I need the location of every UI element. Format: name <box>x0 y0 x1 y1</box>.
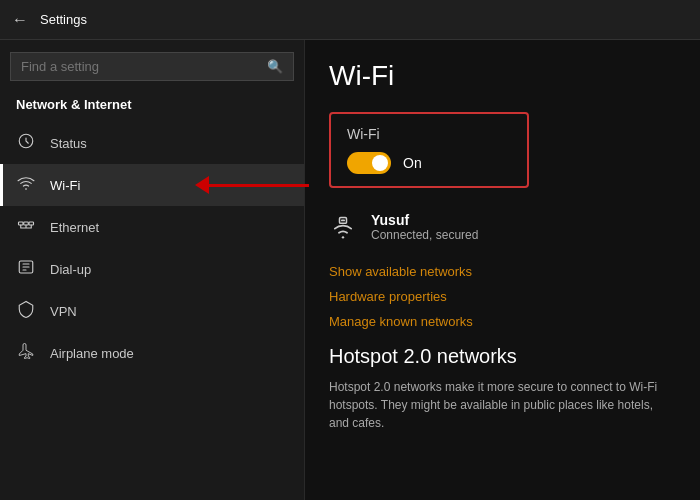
sidebar-item-vpn[interactable]: VPN <box>0 290 304 332</box>
svg-point-6 <box>342 236 344 238</box>
hardware-properties-link[interactable]: Hardware properties <box>329 289 676 304</box>
hotspot-description: Hotspot 2.0 networks make it more secure… <box>329 378 676 432</box>
toggle-row: On <box>347 152 511 174</box>
sidebar-item-status-label: Status <box>50 136 87 151</box>
status-icon <box>16 132 36 154</box>
arrow-head <box>195 176 209 194</box>
sidebar-item-dialup-label: Dial-up <box>50 262 91 277</box>
dialup-icon <box>16 258 36 280</box>
content-area: Wi-Fi Wi-Fi On Yusuf Conne <box>305 40 700 500</box>
arrow-shaft <box>209 184 309 187</box>
airplane-icon <box>16 342 36 364</box>
wifi-toggle-switch[interactable] <box>347 152 391 174</box>
sidebar-item-wifi[interactable]: Wi-Fi <box>0 164 304 206</box>
wifi-icon <box>16 174 36 196</box>
wifi-toggle-label: Wi-Fi <box>347 126 511 142</box>
wifi-toggle-section: Wi-Fi On <box>329 112 529 188</box>
svg-point-1 <box>25 188 27 190</box>
title-bar: ← Settings <box>0 0 700 40</box>
sidebar-item-dialup[interactable]: Dial-up <box>0 248 304 290</box>
sidebar-item-airplane-label: Airplane mode <box>50 346 134 361</box>
page-title: Wi-Fi <box>329 60 676 92</box>
sidebar-item-ethernet-label: Ethernet <box>50 220 99 235</box>
manage-known-networks-link[interactable]: Manage known networks <box>329 314 676 329</box>
network-status: Connected, secured <box>371 228 478 242</box>
sidebar: 🔍 Network & Internet Status <box>0 40 305 500</box>
network-name: Yusuf <box>371 212 478 228</box>
sidebar-item-status[interactable]: Status <box>0 122 304 164</box>
vpn-icon <box>16 300 36 322</box>
show-available-networks-link[interactable]: Show available networks <box>329 264 676 279</box>
sidebar-item-ethernet[interactable]: Ethernet <box>0 206 304 248</box>
network-info: Yusuf Connected, secured <box>329 212 676 248</box>
toggle-state-label: On <box>403 155 422 171</box>
hotspot-section-title: Hotspot 2.0 networks <box>329 345 676 368</box>
sidebar-item-vpn-label: VPN <box>50 304 77 319</box>
main-layout: 🔍 Network & Internet Status <box>0 40 700 500</box>
sidebar-item-airplane[interactable]: Airplane mode <box>0 332 304 374</box>
search-box[interactable]: 🔍 <box>10 52 294 81</box>
section-title: Network & Internet <box>0 93 304 122</box>
arrow-annotation <box>195 176 309 194</box>
app-title: Settings <box>40 12 87 27</box>
back-button[interactable]: ← <box>12 11 28 29</box>
ethernet-icon <box>16 216 36 238</box>
sidebar-item-wifi-label: Wi-Fi <box>50 178 80 193</box>
search-input[interactable] <box>21 59 259 74</box>
network-details: Yusuf Connected, secured <box>371 212 478 242</box>
network-secure-icon <box>329 214 357 248</box>
search-icon: 🔍 <box>267 59 283 74</box>
